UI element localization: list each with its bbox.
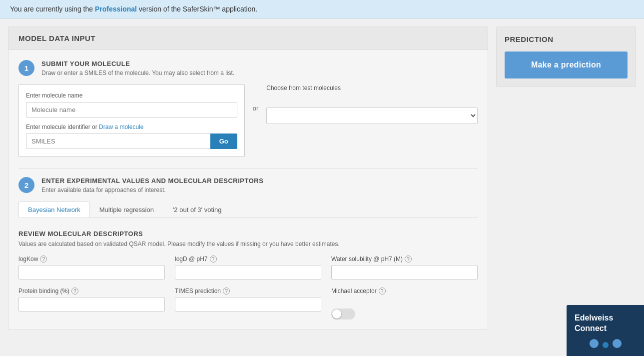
or-divider: or (253, 84, 259, 112)
times-label: TIMES prediction ? (175, 288, 321, 294)
draw-molecule-link[interactable]: Draw a molecule (99, 124, 143, 130)
water-solubility-help-icon[interactable]: ? (405, 256, 412, 262)
smiles-input[interactable] (26, 134, 210, 149)
review-title: REVIEW MOLECULAR DESCRIPTORS (18, 230, 478, 238)
review-section: REVIEW MOLECULAR DESCRIPTORS Values are … (18, 230, 478, 320)
review-subtitle: Values are calculated based on validated… (18, 240, 478, 248)
smiles-label: Enter molecule identifier or Draw a mole… (26, 124, 237, 130)
prediction-title: PREDICTION (505, 35, 628, 44)
prediction-box: PREDICTION Make a prediction (496, 26, 636, 87)
molecule-name-label: Enter molecule name (26, 92, 237, 99)
smiles-row: Go (26, 134, 237, 149)
molecule-name-input[interactable] (26, 102, 237, 118)
tab-multiple-regression[interactable]: Multiple regression (90, 202, 163, 218)
descriptor-michael: Michael acceptor ? (331, 288, 478, 320)
descriptor-logkow: logKow ? (18, 256, 165, 280)
descriptor-protein-binding: Protein binding (%) ? (18, 288, 165, 320)
michael-help-icon[interactable]: ? (379, 288, 386, 294)
main-layout: MODEL DATA INPUT 1 SUBMIT YOUR MOLECULE … (0, 18, 644, 338)
edelweiss-title: Edelweiss Connect (575, 313, 636, 334)
step2-subtitle: Enter available data for approaches of i… (41, 186, 263, 194)
banner-bold: Professional (95, 5, 137, 13)
toggle-container (331, 308, 478, 320)
protein-binding-help-icon[interactable]: ? (71, 288, 78, 294)
times-input[interactable] (175, 297, 321, 312)
step-divider (18, 168, 478, 169)
descriptor-grid: logKow ? logD @ pH7 ? (18, 256, 478, 320)
test-molecules-select[interactable] (266, 108, 478, 124)
molecule-right-form: Choose from test molecules (266, 84, 478, 124)
michael-label: Michael acceptor ? (331, 288, 478, 294)
choose-label: Choose from test molecules (266, 84, 478, 92)
step1-header: 1 SUBMIT YOUR MOLECULE Draw or enter a S… (18, 60, 478, 76)
logkow-help-icon[interactable]: ? (40, 256, 47, 262)
step2-title: ENTER EXPERIMENTAL VALUES AND MOLECULAR … (41, 177, 263, 184)
go-button[interactable]: Go (210, 134, 237, 149)
banner-text-before: You are currently using the (10, 5, 95, 13)
step1-subtitle: Draw or enter a SMILES of the molecule. … (41, 70, 234, 76)
molecule-left-form: Enter molecule name Enter molecule ident… (18, 84, 245, 156)
tab-bayesian-network[interactable]: Bayesian Network (18, 202, 90, 218)
logd-help-icon[interactable]: ? (210, 256, 217, 262)
step2-circle: 2 (18, 177, 34, 193)
step2-info: ENTER EXPERIMENTAL VALUES AND MOLECULAR … (41, 177, 263, 194)
left-panel: MODEL DATA INPUT 1 SUBMIT YOUR MOLECULE … (8, 26, 488, 330)
make-prediction-button[interactable]: Make a prediction (505, 52, 628, 78)
step1-info: SUBMIT YOUR MOLECULE Draw or enter a SMI… (41, 60, 234, 76)
logkow-input[interactable] (18, 265, 165, 280)
water-solubility-input[interactable] (331, 265, 478, 280)
panel-header: MODEL DATA INPUT (8, 27, 488, 50)
protein-binding-input[interactable] (18, 297, 165, 312)
right-panel: PREDICTION Make a prediction (496, 26, 636, 87)
descriptor-logd: logD @ pH7 ? (175, 256, 321, 280)
michael-acceptor-toggle[interactable] (331, 308, 355, 320)
panel-content: 1 SUBMIT YOUR MOLECULE Draw or enter a S… (8, 50, 488, 330)
step2-header: 2 ENTER EXPERIMENTAL VALUES AND MOLECULA… (18, 177, 478, 194)
descriptor-times: TIMES prediction ? (175, 288, 321, 320)
info-banner: You are currently using the Professional… (0, 0, 644, 18)
protein-binding-label: Protein binding (%) ? (18, 288, 165, 294)
banner-text-after: version of the SaferSkin™ application. (137, 5, 257, 13)
tabs-row: Bayesian Network Multiple regression '2 … (18, 202, 478, 218)
smiles-label-text: Enter molecule identifier or (26, 124, 99, 130)
molecule-input-row: Enter molecule name Enter molecule ident… (18, 84, 478, 156)
step1-section: 1 SUBMIT YOUR MOLECULE Draw or enter a S… (18, 60, 478, 156)
logkow-label: logKow ? (18, 256, 165, 262)
logd-label: logD @ pH7 ? (175, 256, 321, 262)
descriptor-water-solubility: Water solubility @ pH7 (M) ? (331, 256, 478, 280)
logd-input[interactable] (175, 265, 321, 280)
step2-section: 2 ENTER EXPERIMENTAL VALUES AND MOLECULA… (18, 177, 478, 218)
water-solubility-label: Water solubility @ pH7 (M) ? (331, 256, 478, 262)
step1-title: SUBMIT YOUR MOLECULE (41, 60, 234, 68)
edelweiss-connect-box: Edelweiss Connect (567, 305, 644, 338)
tab-voting[interactable]: '2 out of 3' voting (163, 202, 231, 218)
step1-circle: 1 (18, 60, 34, 76)
times-help-icon[interactable]: ? (223, 288, 230, 294)
